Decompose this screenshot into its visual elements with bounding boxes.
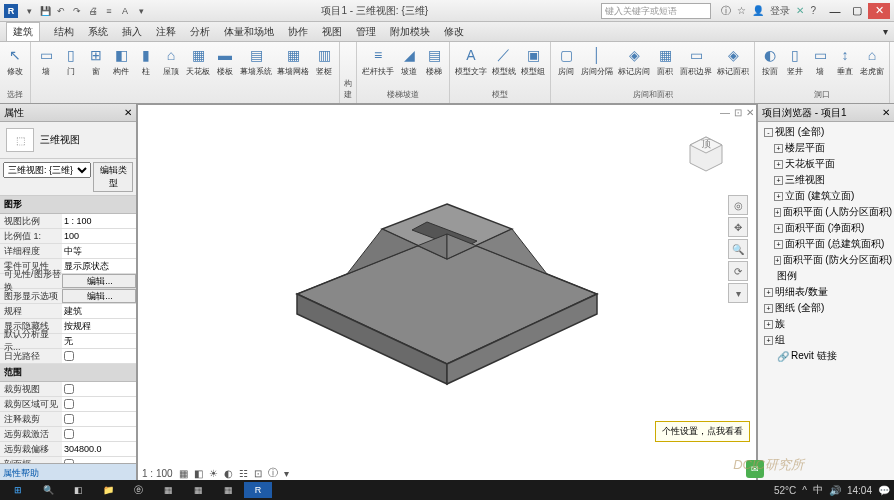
ribbon-ceiling[interactable]: ▦天花板 <box>185 44 211 78</box>
minimize-button[interactable]: — <box>824 3 846 19</box>
tray-up-icon[interactable]: ^ <box>802 485 807 496</box>
tree-expand-icon[interactable]: + <box>764 336 773 345</box>
tree-item[interactable]: 图例 <box>760 268 892 284</box>
prop-value[interactable] <box>62 349 136 363</box>
ribbon-column[interactable]: ▮柱 <box>135 44 157 78</box>
tree-item[interactable]: -视图 (全部) <box>760 124 892 140</box>
tree-expand-icon[interactable]: + <box>774 192 783 201</box>
instance-selector[interactable]: 三维视图: {三维} <box>3 162 91 178</box>
view-cube[interactable]: 顶 <box>682 131 730 179</box>
tree-item[interactable]: +面积平面 (人防分区面积) <box>760 204 892 220</box>
task-search-icon[interactable]: 🔍 <box>34 482 62 498</box>
ribbon-door[interactable]: ▯门 <box>60 44 82 78</box>
tree-expand-icon[interactable]: + <box>764 320 773 329</box>
tree-expand-icon[interactable]: + <box>774 144 783 153</box>
star-icon[interactable]: ☆ <box>737 5 746 16</box>
tab-附加模块[interactable]: 附加模块 <box>390 25 430 39</box>
ribbon-window[interactable]: ⊞窗 <box>85 44 107 78</box>
maximize-button[interactable]: ▢ <box>846 3 868 19</box>
task-app1-icon[interactable]: ▦ <box>154 482 182 498</box>
ribbon-line[interactable]: ／模型线 <box>491 44 517 78</box>
vp-style-icon[interactable]: ◧ <box>194 468 203 479</box>
tab-协作[interactable]: 协作 <box>288 25 308 39</box>
hint-popup[interactable]: 个性设置，点我看看 <box>655 421 750 442</box>
ribbon-vert[interactable]: ↕垂直 <box>834 44 856 78</box>
prop-value[interactable] <box>62 412 136 426</box>
prop-value[interactable]: 304800.0 <box>62 442 136 456</box>
tree-expand-icon[interactable]: + <box>774 160 783 169</box>
vp-render-icon[interactable]: ☷ <box>239 468 248 479</box>
prop-value[interactable] <box>62 397 136 411</box>
tree-expand-icon[interactable]: + <box>774 224 783 233</box>
vp-restore-icon[interactable]: ⊡ <box>734 107 742 118</box>
ribbon-shaft[interactable]: ▯竖井 <box>784 44 806 78</box>
x-icon[interactable]: ✕ <box>796 5 804 16</box>
ribbon-area[interactable]: ▦面积 <box>654 44 676 78</box>
tab-体量和场地[interactable]: 体量和场地 <box>224 25 274 39</box>
start-button[interactable]: ⊞ <box>4 482 32 498</box>
task-app2-icon[interactable]: ▦ <box>184 482 212 498</box>
task-view-icon[interactable]: ◧ <box>64 482 92 498</box>
qat-open-icon[interactable]: ▾ <box>22 4 36 18</box>
ribbon-cursor[interactable]: ↖修改 <box>4 44 26 78</box>
tree-expand-icon[interactable]: + <box>764 288 773 297</box>
vp-crop-icon[interactable]: ⊡ <box>254 468 262 479</box>
ribbon-ramp[interactable]: ◢坡道 <box>398 44 420 78</box>
properties-type-header[interactable]: ⬚ 三维视图 <box>0 122 136 159</box>
qat-undo-icon[interactable]: ↶ <box>54 4 68 18</box>
qat-more-icon[interactable]: ≡ <box>102 4 116 18</box>
task-app3-icon[interactable]: ▦ <box>214 482 242 498</box>
tray-time[interactable]: 14:04 <box>847 485 872 496</box>
edit-type-button[interactable]: 编辑类型 <box>93 162 133 192</box>
ribbon-wall2[interactable]: ▭墙 <box>809 44 831 78</box>
ribbon-roof[interactable]: ⌂屋顶 <box>160 44 182 78</box>
tab-管理[interactable]: 管理 <box>356 25 376 39</box>
info-icon[interactable]: ⓘ <box>721 4 731 18</box>
tree-item[interactable]: 🔗Revit 链接 <box>760 348 892 364</box>
tree-item[interactable]: +图纸 (全部) <box>760 300 892 316</box>
qat-save-icon[interactable]: 💾 <box>38 4 52 18</box>
help-icon[interactable]: ? <box>810 5 816 16</box>
ribbon-dormer[interactable]: ⌂老虎窗 <box>859 44 885 78</box>
vp-close-icon[interactable]: ✕ <box>746 107 754 118</box>
prop-value[interactable]: 100 <box>62 229 136 243</box>
close-button[interactable]: ✕ <box>868 3 890 19</box>
tree-item[interactable]: +三维视图 <box>760 172 892 188</box>
ribbon-wall[interactable]: ▭墙 <box>35 44 57 78</box>
ribbon-sep[interactable]: │房间分隔 <box>580 44 614 78</box>
ribbon-curtain[interactable]: ▤幕墙系统 <box>239 44 273 78</box>
tree-item[interactable]: +族 <box>760 316 892 332</box>
tree-item[interactable]: +面积平面 (净面积) <box>760 220 892 236</box>
tray-temp[interactable]: 52°C <box>774 485 796 496</box>
prop-value[interactable] <box>62 382 136 396</box>
tree-item[interactable]: +立面 (建筑立面) <box>760 188 892 204</box>
task-explorer-icon[interactable]: 📁 <box>94 482 122 498</box>
tab-建筑[interactable]: 建筑 <box>6 22 40 41</box>
viewport-3d[interactable]: — ⊡ ✕ 顶 ◎ ✥ 🔍 ⟳ ▾ 1 : <box>137 104 757 483</box>
tree-expand-icon[interactable]: - <box>764 128 773 137</box>
vp-hide-icon[interactable]: ⓘ <box>268 466 278 480</box>
vp-sun-icon[interactable]: ☀ <box>209 468 218 479</box>
prop-value[interactable]: 编辑... <box>62 289 136 303</box>
ribbon-tag[interactable]: ◈标记房间 <box>617 44 651 78</box>
ribbon-group[interactable]: ▣模型组 <box>520 44 546 78</box>
nav-zoom-icon[interactable]: 🔍 <box>728 239 748 259</box>
tree-expand-icon[interactable]: + <box>774 256 781 265</box>
prop-value[interactable]: 无 <box>62 334 136 348</box>
prop-value[interactable]: 建筑 <box>62 304 136 318</box>
tab-分析[interactable]: 分析 <box>190 25 210 39</box>
qat-redo-icon[interactable]: ↷ <box>70 4 84 18</box>
qat-dropdown-icon[interactable]: ▾ <box>134 4 148 18</box>
ribbon-ta[interactable]: ◈标记面积 <box>716 44 750 78</box>
prop-value[interactable] <box>62 427 136 441</box>
tree-expand-icon[interactable]: + <box>764 304 773 313</box>
ribbon-text[interactable]: A模型文字 <box>454 44 488 78</box>
task-revit-icon[interactable]: R <box>244 482 272 498</box>
nav-orbit-icon[interactable]: ⟳ <box>728 261 748 281</box>
ribbon-face[interactable]: ◐按面 <box>759 44 781 78</box>
login-button[interactable]: 登录 <box>770 4 790 18</box>
properties-close-icon[interactable]: ✕ <box>124 107 132 118</box>
nav-wheel-icon[interactable]: ◎ <box>728 195 748 215</box>
tab-注释[interactable]: 注释 <box>156 25 176 39</box>
ribbon-mullion[interactable]: ▥竖梃 <box>313 44 335 78</box>
